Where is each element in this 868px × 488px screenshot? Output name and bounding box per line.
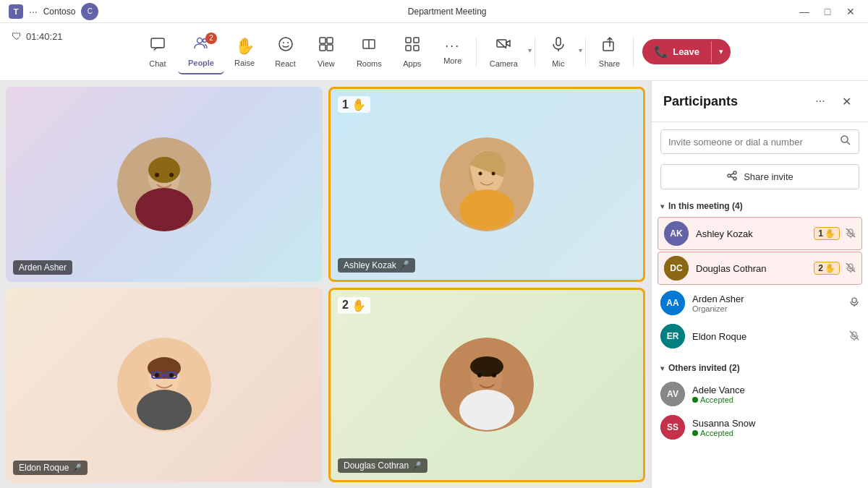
toolbar-apps[interactable]: Apps — [392, 30, 433, 74]
svg-point-53 — [733, 177, 736, 180]
participant-row-eldon[interactable]: ER Eldon Roque — [652, 320, 868, 353]
chat-icon — [150, 36, 166, 56]
svg-point-7 — [287, 42, 289, 43]
others-invited-section-header[interactable]: ▾ Others invited (2) — [652, 359, 868, 377]
search-input[interactable] — [668, 137, 834, 147]
share-invite-button[interactable]: Share invite — [660, 164, 859, 189]
toolbar-raise[interactable]: ✋ Raise — [224, 31, 265, 73]
svg-point-33 — [459, 189, 514, 230]
sidebar-more-button[interactable]: ··· — [810, 91, 830, 111]
share-invite-icon — [726, 170, 738, 184]
search-bar[interactable] — [660, 129, 859, 154]
rooms-label: Rooms — [357, 59, 382, 68]
participant-row-ashley[interactable]: AK Ashley Kozak 1 ✋ — [658, 217, 862, 250]
arden-mic-icon — [849, 297, 859, 309]
arden-participant-avatar: AA — [660, 291, 685, 315]
apps-label: Apps — [403, 59, 421, 68]
video-tile-arden[interactable]: Arden Asher — [6, 87, 323, 282]
arden-name-badge: Arden Asher — [13, 260, 72, 275]
toolbar-separator-3 — [585, 38, 586, 67]
adele-participant-name: Adele Vance — [692, 385, 859, 395]
more-icon: ··· — [445, 38, 460, 53]
ashley-participant-name: Ashley Kozak — [696, 228, 807, 239]
eldon-mute-icon: 🎤 — [72, 463, 82, 473]
participant-row-douglas[interactable]: DC Douglas Cothran 2 ✋ — [658, 252, 862, 285]
svg-line-50 — [847, 142, 850, 145]
share-label: Share — [599, 59, 620, 68]
svg-point-6 — [283, 42, 284, 43]
svg-point-37 — [155, 373, 159, 377]
toolbar-chat[interactable]: Chat — [137, 30, 178, 74]
arden-name-text: Arden Asher — [19, 262, 67, 273]
toolbar-share[interactable]: Share — [589, 30, 630, 74]
svg-point-25 — [148, 157, 180, 183]
svg-text:AV: AV — [667, 389, 678, 399]
douglas-name-badge: Douglas Cothran 🎤 — [338, 458, 427, 473]
ashley-hand-icon: ✋ — [825, 228, 835, 239]
maximize-button[interactable]: □ — [819, 3, 836, 20]
douglas-hand-icon: ✋ — [825, 263, 835, 273]
svg-point-46 — [477, 373, 482, 377]
douglas-raise-num: 2 — [342, 299, 349, 312]
apps-icon — [404, 36, 420, 56]
toolbar-view[interactable]: View — [306, 30, 346, 74]
rooms-icon — [361, 36, 377, 56]
svg-rect-68 — [852, 298, 856, 303]
eldon-avatar — [117, 338, 211, 432]
adele-participant-avatar: AV — [660, 382, 685, 406]
participant-row-susanna[interactable]: SS Susanna Snow Accepted — [652, 411, 868, 444]
meeting-title: Department Meeting — [98, 7, 796, 17]
svg-point-48 — [459, 390, 514, 430]
ashley-avatar — [440, 137, 534, 231]
toolbar-more[interactable]: ··· More — [433, 33, 473, 71]
douglas-participant-avatar: DC — [664, 256, 689, 281]
teams-logo-icon: T — [9, 4, 23, 19]
leave-button[interactable]: 📞 Leave — [642, 39, 711, 64]
douglas-raise-indicator: 2 ✋ — [338, 297, 370, 314]
douglas-muted-icon — [846, 262, 856, 275]
douglas-hand-num: 2 — [818, 263, 823, 273]
toolbar-react[interactable]: React — [265, 30, 306, 74]
participants-sidebar: Participants ··· ✕ Share invite ▾ In th — [651, 81, 868, 488]
search-icon — [840, 134, 851, 149]
susanna-accepted-text: Accepted — [700, 429, 733, 437]
ashley-hand-num: 1 — [818, 228, 823, 239]
chat-label: Chat — [149, 59, 166, 68]
eldon-participant-name: Eldon Roque — [692, 331, 842, 342]
titlebar-controls: — □ ✕ — [796, 3, 859, 20]
more-options-dots[interactable]: ··· — [29, 6, 38, 17]
susanna-participant-info: Susanna Snow Accepted — [692, 418, 859, 437]
video-tile-ashley[interactable]: 1 ✋ Ashley Kozak 🎤 — [328, 87, 645, 282]
ashley-raise-hand-icon: ✋ — [352, 98, 366, 111]
eldon-participant-avatar: ER — [660, 324, 685, 348]
svg-point-45 — [470, 356, 503, 377]
minimize-button[interactable]: — — [796, 3, 813, 20]
svg-point-49 — [841, 136, 848, 142]
video-tile-douglas[interactable]: 2 ✋ Douglas Cothran 🎤 — [328, 288, 645, 483]
in-meeting-section-header[interactable]: ▾ In this meeting (4) — [652, 197, 868, 215]
leave-chevron[interactable]: ▾ — [712, 41, 731, 62]
adele-accepted-dot — [692, 397, 698, 403]
toolbar-mic[interactable]: Mic — [538, 30, 579, 74]
toolbar-rooms[interactable]: Rooms — [346, 30, 392, 74]
video-tile-eldon[interactable]: Eldon Roque 🎤 — [6, 288, 323, 483]
eldon-participant-info: Eldon Roque — [692, 331, 842, 342]
close-button[interactable]: ✕ — [842, 3, 859, 20]
toolbar-camera[interactable]: Camera — [480, 30, 528, 74]
svg-rect-9 — [327, 38, 333, 43]
ashley-raise-indicator: 1 ✋ — [338, 96, 370, 113]
participant-row-adele[interactable]: AV Adele Vance Accepted — [652, 377, 868, 411]
sidebar-close-button[interactable]: ✕ — [836, 91, 856, 111]
svg-line-55 — [731, 176, 733, 178]
arden-participant-role: Organizer — [692, 304, 842, 313]
adele-accepted-badge: Accepted — [692, 395, 859, 404]
camera-icon — [495, 36, 511, 56]
toolbar-people[interactable]: 2 People — [178, 30, 224, 74]
ashley-mute-icon: 🎤 — [399, 260, 409, 270]
participant-row-arden[interactable]: AA Arden Asher Organizer — [652, 286, 868, 320]
svg-point-52 — [733, 171, 736, 174]
svg-point-3 — [197, 38, 202, 43]
svg-line-58 — [846, 228, 855, 237]
svg-rect-15 — [414, 38, 419, 43]
people-label: People — [188, 59, 214, 67]
